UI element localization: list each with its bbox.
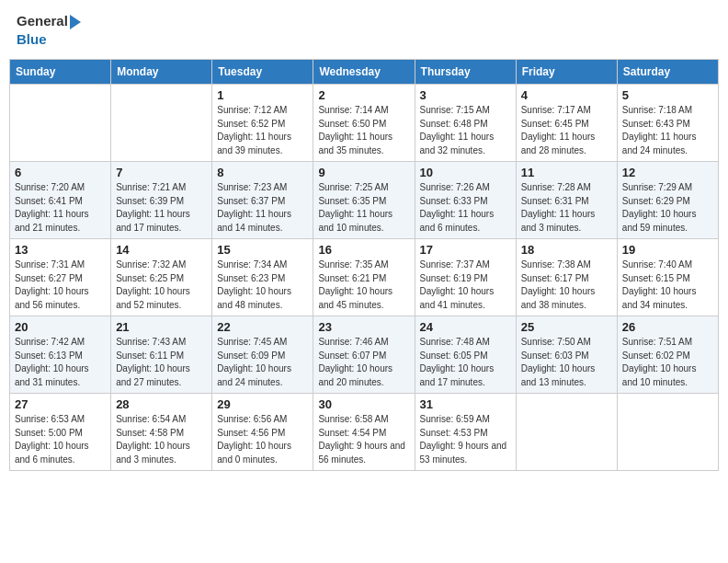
day-info: Sunrise: 7:17 AM Sunset: 6:45 PM Dayligh… [521, 104, 612, 157]
day-number: 23 [318, 320, 409, 334]
calendar-cell: 26Sunrise: 7:51 AM Sunset: 6:02 PM Dayli… [617, 316, 718, 394]
weekday-header-sunday: Sunday [10, 60, 111, 85]
week-row-2: 6Sunrise: 7:20 AM Sunset: 6:41 PM Daylig… [10, 162, 719, 239]
logo-text: General Blue [17, 13, 81, 48]
day-number: 8 [217, 166, 308, 179]
day-info: Sunrise: 6:58 AM Sunset: 4:54 PM Dayligh… [318, 413, 409, 466]
calendar-cell [111, 85, 212, 162]
calendar-cell: 31Sunrise: 6:59 AM Sunset: 4:53 PM Dayli… [415, 394, 516, 471]
day-number: 22 [217, 320, 308, 334]
calendar-cell: 28Sunrise: 6:54 AM Sunset: 4:58 PM Dayli… [111, 394, 212, 471]
day-number: 10 [420, 166, 511, 179]
day-info: Sunrise: 6:54 AM Sunset: 4:58 PM Dayligh… [116, 413, 207, 466]
day-info: Sunrise: 6:56 AM Sunset: 4:56 PM Dayligh… [217, 413, 308, 466]
day-number: 1 [217, 88, 308, 102]
day-info: Sunrise: 7:32 AM Sunset: 6:25 PM Dayligh… [116, 259, 207, 312]
logo-blue: Blue [17, 31, 81, 48]
calendar-cell: 12Sunrise: 7:29 AM Sunset: 6:29 PM Dayli… [617, 162, 718, 239]
week-row-3: 13Sunrise: 7:31 AM Sunset: 6:27 PM Dayli… [10, 239, 719, 316]
calendar-cell: 11Sunrise: 7:28 AM Sunset: 6:31 PM Dayli… [516, 162, 617, 239]
calendar-cell: 17Sunrise: 7:37 AM Sunset: 6:19 PM Dayli… [415, 239, 516, 316]
calendar-cell: 19Sunrise: 7:40 AM Sunset: 6:15 PM Dayli… [617, 239, 718, 316]
calendar-cell: 23Sunrise: 7:46 AM Sunset: 6:07 PM Dayli… [313, 316, 415, 394]
calendar-cell: 7Sunrise: 7:21 AM Sunset: 6:39 PM Daylig… [111, 162, 212, 239]
day-number: 3 [420, 88, 511, 102]
calendar-cell: 27Sunrise: 6:53 AM Sunset: 5:00 PM Dayli… [10, 394, 111, 471]
weekday-header-friday: Friday [516, 60, 617, 85]
calendar-cell: 3Sunrise: 7:15 AM Sunset: 6:48 PM Daylig… [415, 85, 516, 162]
day-info: Sunrise: 7:15 AM Sunset: 6:48 PM Dayligh… [420, 104, 511, 157]
calendar-cell: 9Sunrise: 7:25 AM Sunset: 6:35 PM Daylig… [313, 162, 415, 239]
day-info: Sunrise: 7:20 AM Sunset: 6:41 PM Dayligh… [15, 181, 106, 235]
calendar-cell: 21Sunrise: 7:43 AM Sunset: 6:11 PM Dayli… [111, 316, 212, 394]
day-info: Sunrise: 7:37 AM Sunset: 6:19 PM Dayligh… [420, 259, 511, 312]
day-info: Sunrise: 7:25 AM Sunset: 6:35 PM Dayligh… [318, 181, 409, 235]
day-info: Sunrise: 7:12 AM Sunset: 6:52 PM Dayligh… [217, 104, 308, 157]
day-number: 29 [217, 397, 308, 411]
day-info: Sunrise: 7:31 AM Sunset: 6:27 PM Dayligh… [15, 259, 106, 312]
day-number: 24 [420, 320, 511, 334]
calendar-table: SundayMondayTuesdayWednesdayThursdayFrid… [9, 59, 719, 471]
calendar-cell [617, 394, 718, 471]
day-info: Sunrise: 7:40 AM Sunset: 6:15 PM Dayligh… [622, 259, 713, 312]
calendar-cell: 24Sunrise: 7:48 AM Sunset: 6:05 PM Dayli… [415, 316, 516, 394]
calendar-cell: 18Sunrise: 7:38 AM Sunset: 6:17 PM Dayli… [516, 239, 617, 316]
day-info: Sunrise: 7:26 AM Sunset: 6:33 PM Dayligh… [420, 181, 511, 235]
weekday-header-wednesday: Wednesday [313, 60, 415, 85]
week-row-1: 1Sunrise: 7:12 AM Sunset: 6:52 PM Daylig… [10, 85, 719, 162]
day-number: 19 [622, 243, 713, 257]
calendar-cell: 22Sunrise: 7:45 AM Sunset: 6:09 PM Dayli… [212, 316, 313, 394]
calendar-cell: 30Sunrise: 6:58 AM Sunset: 4:54 PM Dayli… [313, 394, 415, 471]
day-info: Sunrise: 7:18 AM Sunset: 6:43 PM Dayligh… [622, 104, 713, 157]
calendar-cell [10, 85, 111, 162]
day-number: 18 [521, 243, 612, 257]
weekday-header-tuesday: Tuesday [212, 60, 313, 85]
day-number: 15 [217, 243, 308, 257]
day-number: 16 [318, 243, 409, 257]
day-info: Sunrise: 7:23 AM Sunset: 6:37 PM Dayligh… [217, 181, 308, 235]
day-number: 2 [318, 88, 409, 102]
calendar-cell: 14Sunrise: 7:32 AM Sunset: 6:25 PM Dayli… [111, 239, 212, 316]
calendar-cell: 1Sunrise: 7:12 AM Sunset: 6:52 PM Daylig… [212, 85, 313, 162]
day-number: 26 [622, 320, 713, 334]
calendar-cell: 4Sunrise: 7:17 AM Sunset: 6:45 PM Daylig… [516, 85, 617, 162]
calendar-cell: 6Sunrise: 7:20 AM Sunset: 6:41 PM Daylig… [10, 162, 111, 239]
day-number: 31 [420, 397, 511, 411]
day-info: Sunrise: 6:59 AM Sunset: 4:53 PM Dayligh… [420, 413, 511, 466]
calendar-cell: 16Sunrise: 7:35 AM Sunset: 6:21 PM Dayli… [313, 239, 415, 316]
logo: General Blue [17, 13, 81, 48]
day-info: Sunrise: 7:38 AM Sunset: 6:17 PM Dayligh… [521, 259, 612, 312]
weekday-header-row: SundayMondayTuesdayWednesdayThursdayFrid… [10, 60, 719, 85]
page-header: General Blue [9, 9, 719, 52]
calendar-cell: 20Sunrise: 7:42 AM Sunset: 6:13 PM Dayli… [10, 316, 111, 394]
weekday-header-thursday: Thursday [415, 60, 516, 85]
calendar-cell: 8Sunrise: 7:23 AM Sunset: 6:37 PM Daylig… [212, 162, 313, 239]
day-number: 9 [318, 166, 409, 179]
logo-general: General [17, 13, 81, 31]
day-info: Sunrise: 7:45 AM Sunset: 6:09 PM Dayligh… [217, 336, 308, 389]
day-number: 20 [15, 320, 106, 334]
day-info: Sunrise: 7:50 AM Sunset: 6:03 PM Dayligh… [521, 336, 612, 389]
day-info: Sunrise: 6:53 AM Sunset: 5:00 PM Dayligh… [15, 413, 106, 466]
weekday-header-monday: Monday [111, 60, 212, 85]
day-number: 28 [116, 397, 207, 411]
day-number: 13 [15, 243, 106, 257]
day-info: Sunrise: 7:43 AM Sunset: 6:11 PM Dayligh… [116, 336, 207, 389]
day-info: Sunrise: 7:29 AM Sunset: 6:29 PM Dayligh… [622, 181, 713, 235]
day-number: 11 [521, 166, 612, 179]
calendar-cell: 15Sunrise: 7:34 AM Sunset: 6:23 PM Dayli… [212, 239, 313, 316]
day-info: Sunrise: 7:48 AM Sunset: 6:05 PM Dayligh… [420, 336, 511, 389]
day-number: 14 [116, 243, 207, 257]
day-number: 27 [15, 397, 106, 411]
day-info: Sunrise: 7:14 AM Sunset: 6:50 PM Dayligh… [318, 104, 409, 157]
day-info: Sunrise: 7:42 AM Sunset: 6:13 PM Dayligh… [15, 336, 106, 389]
day-number: 21 [116, 320, 207, 334]
day-number: 17 [420, 243, 511, 257]
day-info: Sunrise: 7:21 AM Sunset: 6:39 PM Dayligh… [116, 181, 207, 235]
day-info: Sunrise: 7:28 AM Sunset: 6:31 PM Dayligh… [521, 181, 612, 235]
day-info: Sunrise: 7:35 AM Sunset: 6:21 PM Dayligh… [318, 259, 409, 312]
week-row-4: 20Sunrise: 7:42 AM Sunset: 6:13 PM Dayli… [10, 316, 719, 394]
calendar-cell: 29Sunrise: 6:56 AM Sunset: 4:56 PM Dayli… [212, 394, 313, 471]
calendar-cell: 5Sunrise: 7:18 AM Sunset: 6:43 PM Daylig… [617, 85, 718, 162]
day-number: 5 [622, 88, 713, 102]
